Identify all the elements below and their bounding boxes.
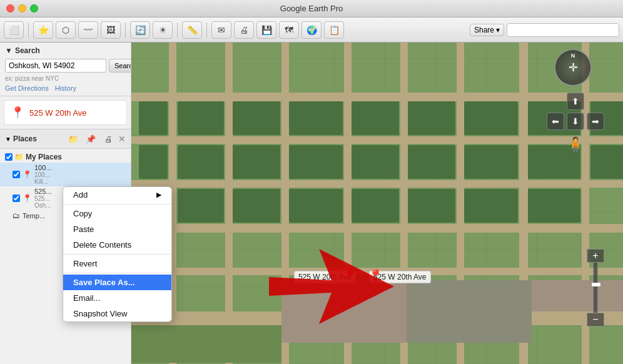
add-placemark-button[interactable]: 📌	[83, 132, 98, 146]
paste-label: Paste	[73, 225, 94, 234]
building-1	[281, 280, 407, 343]
overlay-button[interactable]: 🖼	[101, 21, 121, 39]
earth-button[interactable]: 🌍	[301, 21, 322, 39]
tree-b-16	[464, 145, 518, 179]
result-address: 525 W 20th Ave	[29, 108, 87, 118]
context-menu-add[interactable]: Add ▶	[63, 187, 171, 203]
share-label: Share	[474, 26, 494, 34]
search-section: ▼ Search Search ex: pizza near NYC Get D…	[0, 43, 131, 96]
tree-c-7	[464, 189, 518, 223]
history-link[interactable]: History	[55, 84, 76, 92]
place-1-addr2: Kill...	[34, 178, 52, 185]
ctx-separator-1	[63, 204, 171, 205]
add-folder-button[interactable]: 📁	[66, 132, 81, 146]
context-menu-email[interactable]: Email...	[63, 290, 171, 306]
compass[interactable]: N ✛	[554, 49, 592, 86]
search-triangle-icon: ▼	[5, 46, 13, 55]
pin-icon-2: 📍	[23, 194, 32, 203]
my-places-checkbox[interactable]	[5, 153, 13, 161]
refresh-button[interactable]: 🔄	[130, 21, 150, 39]
email-button[interactable]: ✉	[211, 21, 231, 39]
zoom-in-button[interactable]: +	[587, 249, 604, 263]
revert-label: Revert	[73, 259, 97, 268]
close-button[interactable]	[6, 4, 14, 13]
place-1-checkbox[interactable]	[13, 171, 20, 178]
folder-icon: 📁	[14, 153, 24, 161]
place-2-labels: 525... 525... Osh...	[34, 188, 52, 209]
tree-b-13	[289, 145, 343, 179]
save-place-as-label: Save Place As...	[73, 278, 135, 287]
place-1-labels: 100... 100... Kill...	[34, 164, 52, 185]
get-directions-link[interactable]: Get Directions	[5, 84, 49, 92]
my-places-folder[interactable]: 📁 My Places	[0, 151, 131, 163]
print-places-button[interactable]: 🖨	[101, 132, 116, 146]
ruler-button[interactable]: 📏	[182, 21, 202, 39]
extra-button[interactable]: 📋	[324, 21, 344, 39]
search-hint: ex: pizza near NYC	[5, 75, 126, 82]
places-title: Places	[13, 134, 37, 143]
path-button[interactable]: 〰	[78, 21, 98, 39]
minimize-button[interactable]	[18, 4, 26, 13]
tree-block-2	[178, 101, 224, 135]
toolbar-search-input[interactable]	[507, 23, 619, 37]
compass-arrows-icon: ✛	[569, 61, 578, 74]
tree-c-6	[408, 189, 455, 223]
street-view-person-icon[interactable]: 🧍	[566, 136, 585, 153]
search-button[interactable]: Search	[109, 59, 131, 73]
share-button[interactable]: Share ▾	[470, 24, 504, 36]
context-menu-paste[interactable]: Paste	[63, 221, 171, 237]
map-button[interactable]: 🗺	[279, 21, 299, 39]
context-menu-copy[interactable]: Copy	[63, 206, 171, 221]
place-2-checkbox[interactable]	[13, 195, 20, 202]
fullscreen-button[interactable]	[30, 4, 38, 13]
place-2-addr2: Osh...	[34, 202, 52, 209]
road-v-2	[225, 43, 233, 364]
tree-b-15	[408, 145, 455, 179]
save-image-button[interactable]: 💾	[256, 21, 276, 39]
map-area[interactable]: 525 W 20th Ave 525 W 20th Ave 📍 📍 N ✛ ⬆	[131, 43, 623, 364]
place-item-1[interactable]: 📍 100... 100... Kill...	[0, 163, 131, 186]
delete-contents-label: Delete Contents	[73, 240, 131, 250]
search-title: Search	[15, 46, 40, 55]
print-button[interactable]: 🖨	[234, 21, 254, 39]
toolbar-separator	[28, 23, 29, 38]
tree-b-10	[139, 145, 168, 179]
pan-right-button[interactable]: ➡	[587, 113, 604, 130]
context-menu-save-place-as[interactable]: Save Place As...	[63, 275, 171, 290]
traffic-lights	[6, 4, 38, 13]
grass-1	[131, 325, 281, 363]
compass-circle: N ✛	[554, 49, 592, 86]
polygon-button[interactable]: ⬡	[56, 21, 76, 39]
pin-icon-1: 📍	[23, 170, 32, 179]
zoom-slider[interactable]	[593, 263, 598, 313]
titlebar: Google Earth Pro	[0, 0, 623, 18]
placemark-button[interactable]: ⭐	[33, 21, 53, 39]
context-menu-revert[interactable]: Revert	[63, 256, 171, 271]
toolbar: ⬜ ⭐ ⬡ 〰 🖼 🔄 ☀ 📏 ✉ 🖨 💾 🗺 🌍 📋 Share ▾	[0, 18, 623, 43]
context-menu-snapshot-view[interactable]: Snapshot View	[63, 306, 171, 321]
road-h-3	[131, 180, 623, 188]
tree-c-4	[289, 189, 343, 223]
search-result-item[interactable]: 📍 525 W 20th Ave	[4, 100, 127, 125]
place-1-name: 100...	[34, 164, 52, 171]
email-label: Email...	[73, 293, 100, 303]
tree-c-3	[233, 189, 280, 223]
search-input[interactable]	[5, 59, 106, 73]
zoom-controls: + −	[587, 249, 604, 326]
toolbar-separator3	[177, 23, 178, 38]
app-title: Google Earth Pro	[280, 4, 343, 13]
tree-block-5	[352, 101, 399, 135]
sun-button[interactable]: ☀	[153, 21, 173, 39]
pan-left-button[interactable]: ⬅	[547, 113, 564, 130]
place-2-addr1: 525...	[34, 195, 52, 202]
compass-north-label: N	[571, 53, 575, 59]
tilt-up-button[interactable]: ⬆	[567, 93, 584, 110]
search-header: ▼ Search	[5, 46, 126, 55]
zoom-out-button[interactable]: −	[587, 313, 604, 326]
places-close-button[interactable]: ✕	[118, 134, 126, 144]
context-menu: Add ▶ Copy Paste Delete Contents Revert …	[63, 186, 172, 322]
tree-block-7	[464, 101, 518, 135]
pan-down-button[interactable]: ⬇	[567, 113, 584, 130]
context-menu-delete-contents[interactable]: Delete Contents	[63, 237, 171, 253]
sidebar-toggle-button[interactable]: ⬜	[4, 21, 24, 39]
